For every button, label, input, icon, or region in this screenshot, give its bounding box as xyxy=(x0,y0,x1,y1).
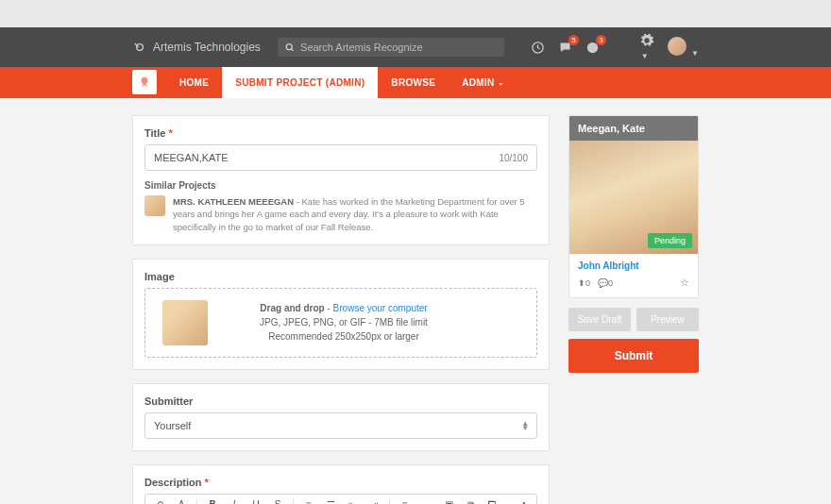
nav-submit-project[interactable]: SUBMIT PROJECT (ADMIN) xyxy=(222,67,378,98)
code-icon[interactable]: ⧠ xyxy=(485,499,499,504)
similar-avatar xyxy=(144,195,165,216)
preview-author[interactable]: John Albright xyxy=(578,260,689,271)
svg-point-0 xyxy=(137,44,144,51)
image-icon[interactable]: ▣ xyxy=(442,499,455,504)
top-header: Artemis Technologies 5 3 ▼ xyxy=(0,27,831,67)
preview-card: Meegan, Kate Pending John Albright ⬆0 💬0… xyxy=(568,115,699,298)
award-icon xyxy=(138,76,151,89)
search-input[interactable] xyxy=(300,42,497,53)
preview-stats: ⬆0 💬0 ☆ xyxy=(578,277,689,289)
italic-icon[interactable]: I xyxy=(228,499,241,504)
main-nav: HOME SUBMIT PROJECT (ADMIN) BROWSE ADMIN… xyxy=(0,67,831,98)
search-box[interactable] xyxy=(278,38,504,57)
submitter-value: Yourself xyxy=(154,420,191,431)
image-thumbnail xyxy=(162,300,208,345)
description-label: Description * xyxy=(144,477,537,488)
editor-toolbar: ↶ A B I U S ≡ ☰ ⇤ ⇥ ≡ — xyxy=(145,495,536,504)
description-card: Description * ↶ A B I U S ≡ ☰ ⇤ xyxy=(132,464,550,504)
user-menu[interactable]: ▼ xyxy=(668,37,699,59)
link-icon[interactable]: ⧉ xyxy=(464,499,477,504)
title-input-wrap[interactable]: 10/100 xyxy=(144,144,537,171)
preview-image: Pending xyxy=(569,141,698,254)
nav-logo[interactable] xyxy=(132,70,157,94)
nav-admin[interactable]: ADMIN ⌄ xyxy=(449,67,518,98)
title-card: Title * 10/100 Similar Projects MRS. KAT… xyxy=(132,115,550,245)
chevron-down-icon: ▼ xyxy=(641,52,649,60)
svg-line-2 xyxy=(291,48,293,50)
submitter-label: Submitter xyxy=(144,395,537,407)
image-card: Image Drag and drop - Browse your comput… xyxy=(132,259,550,370)
toolbar-divider xyxy=(196,499,197,504)
similar-project-item[interactable]: MRS. KATHLEEN MEEEGAN - Kate has worked … xyxy=(144,195,537,233)
align-icon[interactable]: ≡ xyxy=(399,499,412,504)
chevron-down-icon: ▼ xyxy=(691,49,699,58)
chevron-down-icon: ⌄ xyxy=(498,78,504,87)
nav-admin-label: ADMIN xyxy=(462,77,494,88)
expand-icon[interactable]: ⤢ xyxy=(516,499,529,504)
search-icon xyxy=(285,42,295,53)
submitter-card: Submitter Yourself ▴▾ xyxy=(132,383,550,451)
select-caret-icon: ▴▾ xyxy=(523,421,528,431)
browse-link[interactable]: Browse your computer xyxy=(333,303,428,313)
gear-icon[interactable]: ▼ xyxy=(639,33,654,61)
clock-icon[interactable] xyxy=(531,41,545,55)
image-label: Image xyxy=(144,271,537,282)
save-draft-button[interactable]: Save Draft xyxy=(568,308,631,331)
preview-button[interactable]: Preview xyxy=(636,308,699,331)
rich-text-editor: ↶ A B I U S ≡ ☰ ⇤ ⇥ ≡ — xyxy=(144,494,537,504)
image-dropzone[interactable]: Drag and drop - Browse your computer JPG… xyxy=(144,288,537,358)
similar-projects-label: Similar Projects xyxy=(144,180,537,191)
hr-icon[interactable]: — xyxy=(420,499,433,504)
svg-point-4 xyxy=(587,42,598,52)
submitter-select[interactable]: Yourself ▴▾ xyxy=(144,412,537,439)
globe-badge: 3 xyxy=(596,35,605,45)
underline-icon[interactable]: U xyxy=(249,499,263,504)
star-icon[interactable]: ☆ xyxy=(680,277,689,289)
title-input[interactable] xyxy=(154,152,499,163)
list-ul-icon[interactable]: ☰ xyxy=(324,499,337,504)
list-ol-icon[interactable]: ≡ xyxy=(302,499,315,504)
outdent-icon[interactable]: ⇤ xyxy=(346,499,359,504)
indent-icon[interactable]: ⇥ xyxy=(367,499,381,504)
strike-icon[interactable]: S xyxy=(271,499,284,504)
undo-icon[interactable]: ↶ xyxy=(153,499,166,504)
window-chrome xyxy=(0,0,831,27)
title-label: Title * xyxy=(144,127,537,139)
brand-text: Artemis Technologies xyxy=(153,41,261,54)
dropzone-text: Drag and drop - Browse your computer JPG… xyxy=(234,301,453,344)
nav-browse[interactable]: BROWSE xyxy=(378,67,449,98)
nav-home[interactable]: HOME xyxy=(166,67,222,98)
globe-icon[interactable]: 3 xyxy=(585,41,600,55)
avatar-icon xyxy=(668,37,687,56)
brand-logo-icon xyxy=(132,40,147,55)
status-badge: Pending xyxy=(648,233,692,248)
comment-stat: 💬0 xyxy=(598,278,613,288)
chat-badge: 5 xyxy=(568,35,578,45)
svg-point-5 xyxy=(142,77,148,84)
font-color-icon[interactable]: A xyxy=(175,499,188,504)
bold-icon[interactable]: B xyxy=(206,499,219,504)
upvote-stat: ⬆0 xyxy=(578,278,590,288)
brand[interactable]: Artemis Technologies xyxy=(132,40,261,55)
toolbar-divider xyxy=(389,499,390,504)
chat-icon[interactable]: 5 xyxy=(558,41,572,55)
submit-button[interactable]: Submit xyxy=(568,339,699,373)
svg-point-1 xyxy=(286,43,292,49)
title-counter: 10/100 xyxy=(499,153,528,163)
toolbar-divider xyxy=(293,499,294,504)
similar-text: MRS. KATHLEEN MEEEGAN - Kate has worked … xyxy=(173,195,537,233)
preview-title: Meegan, Kate xyxy=(569,116,698,141)
